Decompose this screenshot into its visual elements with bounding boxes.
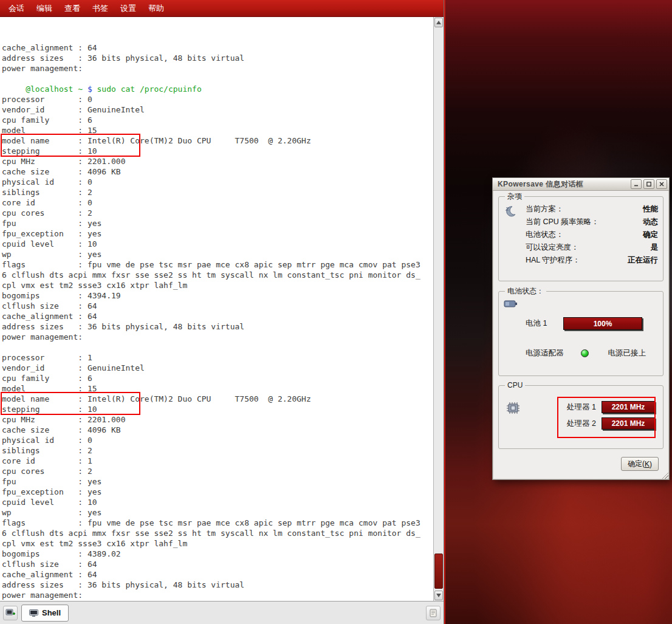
terminal-line-14: siblings : 2 <box>2 187 431 197</box>
terminal-line-23: cpl vmx est tm2 ssse3 cx16 xtpr lahf_lm <box>2 280 431 290</box>
new-session-button[interactable] <box>3 606 18 620</box>
terminal-icon <box>29 609 38 617</box>
terminal-line-22: 6 clflush dts acpi mmx fxsr sse sse2 ss … <box>2 270 431 280</box>
tab-shell[interactable]: Shell <box>21 605 69 622</box>
terminal-lines: cache_alignment : 64address sizes : 36 b… <box>2 43 431 601</box>
misc-row-2: 电池状态：确定 <box>526 228 658 241</box>
cpu-row-label-1: 处理器 2 <box>567 419 597 429</box>
ok-label-prefix: 确定( <box>628 459 645 469</box>
dialog-titlebar[interactable]: KPowersave 信息对话框 <box>493 178 669 191</box>
terminal-viewport[interactable]: cache_alignment : 64address sizes : 36 b… <box>0 17 433 601</box>
cpu-chip-icon <box>506 402 521 417</box>
terminal-line-38: physical id : 0 <box>2 435 431 445</box>
dialog-title: KPowersave 信息对话框 <box>498 179 629 190</box>
ok-label-suffix: ) <box>650 460 652 468</box>
misc-row-value-1: 动态 <box>643 216 658 228</box>
terminal-line-53: power management: <box>2 590 431 600</box>
suspend-moon-icon <box>504 203 526 267</box>
terminal-line-16: cpu cores : 2 <box>2 208 431 218</box>
terminal-line-35: stepping : 10 <box>2 404 431 414</box>
session-tabbar: Shell <box>0 601 444 624</box>
terminal-line-13: physical id : 0 <box>2 177 431 187</box>
battery-progressbar: 100% <box>563 317 642 330</box>
misc-rows: 当前方案：性能当前 CPU 频率策略：动态电池状态：确定可以设定亮度：是HAL … <box>526 203 658 267</box>
cpu-frequency-bar-0: 2201 MHz <box>602 401 655 413</box>
adapter-label: 电源适配器 <box>526 348 564 358</box>
terminal-line-27: address sizes : 36 bits physical, 48 bit… <box>2 321 431 332</box>
scrollbar-thumb[interactable] <box>434 554 443 589</box>
misc-row-value-2: 确定 <box>643 228 658 241</box>
menu-item-4[interactable]: 设置 <box>114 1 142 16</box>
terminal-line-29 <box>2 342 431 352</box>
terminal-area: cache_alignment : 64address sizes : 36 b… <box>0 17 444 601</box>
cpu-row-0: 处理器 12201 MHz <box>567 401 658 413</box>
terminal-line-8: model : 15 <box>2 125 431 135</box>
terminal-scrollbar[interactable] <box>433 17 444 601</box>
misc-row-0: 当前方案：性能 <box>526 203 658 216</box>
scrollbar-up-button[interactable] <box>434 18 443 27</box>
maximize-icon <box>646 181 652 187</box>
ok-button[interactable]: 确定(K) <box>621 457 659 471</box>
terminal-line-9: model name : Intel(R) Core(TM)2 Duo CPU … <box>2 135 431 146</box>
terminal-line-45: wp : yes <box>2 507 431 518</box>
terminal-line-28: power management: <box>2 332 431 342</box>
adapter-row: 电源适配器 电源已接上 <box>526 348 658 358</box>
cpu-frequency-bar-1: 2201 MHz <box>602 417 655 430</box>
battery-icon <box>504 298 658 314</box>
cpu-rows: 处理器 12201 MHz处理器 22201 MHz <box>567 391 658 430</box>
misc-group-title: 杂项 <box>505 191 524 202</box>
terminal-line-7: cpu family : 6 <box>2 115 431 125</box>
battery-label: 电池 1 <box>526 318 563 329</box>
adapter-status: 电源已接上 <box>608 348 646 358</box>
terminal-line-25: clflush size : 64 <box>2 301 431 311</box>
terminal-window: 会话编辑查看书签设置帮助 cache_alignment : 64address… <box>0 0 444 624</box>
terminal-line-20: wp : yes <box>2 249 431 259</box>
battery-group-title: 电池状态： <box>505 286 546 297</box>
terminal-line-21: flags : fpu vme de pse tsc msr pae mce c… <box>2 259 431 270</box>
misc-row-value-3: 是 <box>651 241 659 254</box>
misc-row-label-4: HAL 守护程序： <box>526 254 628 267</box>
maximize-button[interactable] <box>643 179 654 189</box>
menu-item-2[interactable]: 查看 <box>58 1 86 16</box>
terminal-line-4: @localhost ~ $ sudo cat /proc/cpuinfo <box>2 84 431 94</box>
terminal-line-24: bogomips : 4394.19 <box>2 290 431 301</box>
terminal-line-26: cache_alignment : 64 <box>2 311 431 321</box>
terminal-line-1: address sizes : 36 bits physical, 48 bit… <box>2 53 431 63</box>
terminal-line-19: cpuid level : 10 <box>2 239 431 249</box>
terminal-line-50: clflush size : 64 <box>2 559 431 569</box>
scrollbar-down-button[interactable] <box>434 591 443 600</box>
battery-group: 电池状态： 电池 1 100% 电源适配器 电源已接上 <box>498 286 663 376</box>
terminal-line-12: cache size : 4096 KB <box>2 166 431 177</box>
terminal-line-48: cpl vmx est tm2 ssse3 cx16 xtpr lahf_lm <box>2 538 431 549</box>
session-list-button[interactable] <box>426 606 441 620</box>
ok-label-key: K <box>645 460 650 468</box>
terminal-line-30: processor : 1 <box>2 352 431 363</box>
cpu-row-1: 处理器 22201 MHz <box>567 417 658 430</box>
terminal-line-39: siblings : 2 <box>2 445 431 456</box>
menu-item-1[interactable]: 编辑 <box>30 1 58 16</box>
terminal-line-5: processor : 0 <box>2 94 431 105</box>
terminal-line-52: address sizes : 36 bits physical, 48 bit… <box>2 580 431 590</box>
arrow-up-icon <box>436 21 441 24</box>
terminal-line-43: fpu_exception : yes <box>2 487 431 497</box>
terminal-line-11: cpu MHz : 2201.000 <box>2 156 431 166</box>
misc-row-1: 当前 CPU 频率策略：动态 <box>526 216 658 228</box>
minimize-button[interactable] <box>631 179 642 189</box>
terminal-line-18: fpu_exception : yes <box>2 228 431 239</box>
terminal-line-41: cpu cores : 2 <box>2 466 431 476</box>
terminal-line-15: core id : 0 <box>2 197 431 208</box>
misc-row-label-2: 电池状态： <box>526 228 643 241</box>
close-icon <box>659 181 665 187</box>
minimize-icon <box>633 181 639 187</box>
menu-item-0[interactable]: 会话 <box>2 1 30 16</box>
close-button[interactable] <box>656 179 667 189</box>
dialog-body: 杂项 当前方案：性能当前 CPU 频率策略：动态电池状态：确定可以设定亮度：是H… <box>498 191 663 475</box>
misc-row-3: 可以设定亮度：是 <box>526 241 658 254</box>
tab-label: Shell <box>42 608 61 617</box>
terminal-line-44: cpuid level : 10 <box>2 497 431 507</box>
terminal-line-17: fpu : yes <box>2 218 431 228</box>
menu-item-5[interactable]: 帮助 <box>142 1 170 16</box>
menu-item-3[interactable]: 书签 <box>86 1 114 16</box>
terminal-line-40: core id : 1 <box>2 456 431 466</box>
misc-row-value-0: 性能 <box>643 203 658 216</box>
